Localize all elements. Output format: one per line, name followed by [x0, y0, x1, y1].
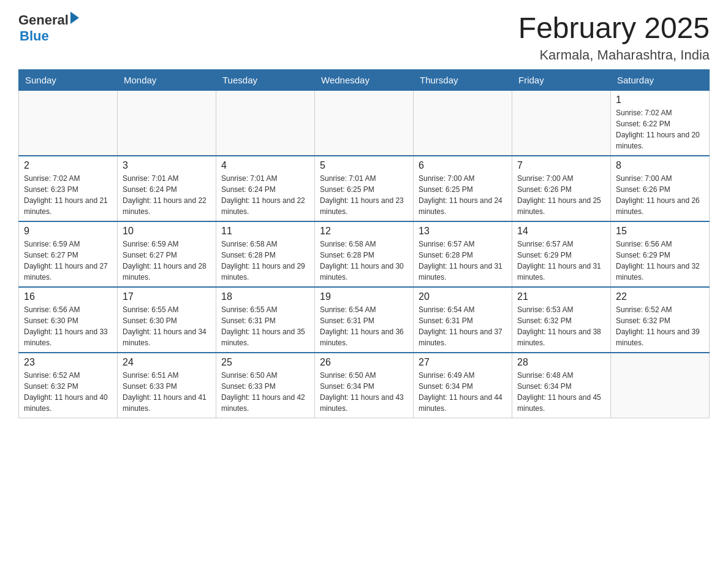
day-info: Sunrise: 6:59 AMSunset: 6:27 PMDaylight:… [24, 240, 108, 282]
calendar-day-cell: 8 Sunrise: 7:00 AMSunset: 6:26 PMDayligh… [611, 156, 710, 221]
calendar-day-cell [512, 90, 611, 156]
day-number: 16 [24, 291, 112, 302]
day-info: Sunrise: 7:00 AMSunset: 6:26 PMDaylight:… [517, 174, 601, 216]
calendar-week-row: 16 Sunrise: 6:56 AMSunset: 6:30 PMDaylig… [19, 287, 710, 353]
calendar-week-row: 2 Sunrise: 7:02 AMSunset: 6:23 PMDayligh… [19, 156, 710, 221]
day-info: Sunrise: 6:54 AMSunset: 6:31 PMDaylight:… [320, 305, 404, 347]
logo-blue-text: Blue [20, 28, 79, 44]
day-info: Sunrise: 6:58 AMSunset: 6:28 PMDaylight:… [320, 240, 404, 282]
calendar-day-cell: 11 Sunrise: 6:58 AMSunset: 6:28 PMDaylig… [216, 221, 315, 287]
calendar-day-cell: 6 Sunrise: 7:00 AMSunset: 6:25 PMDayligh… [414, 156, 512, 221]
calendar-day-cell: 26 Sunrise: 6:50 AMSunset: 6:34 PMDaylig… [315, 353, 414, 418]
day-number: 27 [419, 357, 507, 368]
calendar-day-cell: 4 Sunrise: 7:01 AMSunset: 6:24 PMDayligh… [216, 156, 315, 221]
calendar-subtitle: Karmala, Maharashtra, India [518, 47, 710, 63]
day-number: 7 [517, 160, 605, 171]
calendar-day-cell [315, 90, 414, 156]
day-info: Sunrise: 6:52 AMSunset: 6:32 PMDaylight:… [24, 371, 108, 413]
calendar-day-cell [611, 353, 710, 418]
day-number: 18 [221, 291, 309, 302]
day-number: 4 [221, 160, 309, 171]
day-info: Sunrise: 6:51 AMSunset: 6:33 PMDaylight:… [123, 371, 207, 413]
calendar-day-cell: 22 Sunrise: 6:52 AMSunset: 6:32 PMDaylig… [611, 287, 710, 353]
calendar-day-cell: 7 Sunrise: 7:00 AMSunset: 6:26 PMDayligh… [512, 156, 611, 221]
day-number: 13 [419, 226, 507, 237]
calendar-day-cell: 28 Sunrise: 6:48 AMSunset: 6:34 PMDaylig… [512, 353, 611, 418]
calendar-table: Sunday Monday Tuesday Wednesday Thursday… [18, 69, 710, 418]
day-number: 28 [517, 357, 605, 368]
day-info: Sunrise: 6:48 AMSunset: 6:34 PMDaylight:… [517, 371, 601, 413]
page-header: General Blue February 2025 Karmala, Maha… [18, 12, 710, 63]
header-saturday: Saturday [611, 69, 710, 90]
day-info: Sunrise: 7:01 AMSunset: 6:24 PMDaylight:… [221, 174, 305, 216]
calendar-day-cell: 12 Sunrise: 6:58 AMSunset: 6:28 PMDaylig… [315, 221, 414, 287]
calendar-day-cell: 5 Sunrise: 7:01 AMSunset: 6:25 PMDayligh… [315, 156, 414, 221]
day-info: Sunrise: 7:01 AMSunset: 6:24 PMDaylight:… [123, 174, 207, 216]
day-info: Sunrise: 6:55 AMSunset: 6:30 PMDaylight:… [123, 305, 207, 347]
header-tuesday: Tuesday [216, 69, 315, 90]
calendar-day-cell: 20 Sunrise: 6:54 AMSunset: 6:31 PMDaylig… [414, 287, 512, 353]
day-number: 6 [419, 160, 507, 171]
logo: General Blue [18, 12, 79, 44]
day-info: Sunrise: 6:50 AMSunset: 6:33 PMDaylight:… [221, 371, 305, 413]
calendar-day-cell: 17 Sunrise: 6:55 AMSunset: 6:30 PMDaylig… [118, 287, 216, 353]
calendar-title: February 2025 [518, 12, 710, 45]
calendar-day-cell: 3 Sunrise: 7:01 AMSunset: 6:24 PMDayligh… [118, 156, 216, 221]
calendar-day-cell: 9 Sunrise: 6:59 AMSunset: 6:27 PMDayligh… [19, 221, 118, 287]
day-number: 21 [517, 291, 605, 302]
calendar-day-cell: 14 Sunrise: 6:57 AMSunset: 6:29 PMDaylig… [512, 221, 611, 287]
day-info: Sunrise: 6:56 AMSunset: 6:30 PMDaylight:… [24, 305, 108, 347]
calendar-day-cell [414, 90, 512, 156]
calendar-header-row: Sunday Monday Tuesday Wednesday Thursday… [19, 69, 710, 90]
day-number: 11 [221, 226, 309, 237]
day-info: Sunrise: 6:54 AMSunset: 6:31 PMDaylight:… [419, 305, 502, 347]
calendar-day-cell: 15 Sunrise: 6:56 AMSunset: 6:29 PMDaylig… [611, 221, 710, 287]
day-number: 24 [123, 357, 211, 368]
header-thursday: Thursday [414, 69, 512, 90]
calendar-day-cell: 1 Sunrise: 7:02 AMSunset: 6:22 PMDayligh… [611, 90, 710, 156]
day-number: 26 [320, 357, 408, 368]
calendar-week-row: 1 Sunrise: 7:02 AMSunset: 6:22 PMDayligh… [19, 90, 710, 156]
day-info: Sunrise: 6:53 AMSunset: 6:32 PMDaylight:… [517, 305, 601, 347]
calendar-day-cell: 27 Sunrise: 6:49 AMSunset: 6:34 PMDaylig… [414, 353, 512, 418]
header-friday: Friday [512, 69, 611, 90]
day-info: Sunrise: 6:59 AMSunset: 6:27 PMDaylight:… [123, 240, 207, 282]
day-info: Sunrise: 6:56 AMSunset: 6:29 PMDaylight:… [616, 240, 700, 282]
calendar-day-cell: 25 Sunrise: 6:50 AMSunset: 6:33 PMDaylig… [216, 353, 315, 418]
day-number: 2 [24, 160, 112, 171]
calendar-day-cell: 2 Sunrise: 7:02 AMSunset: 6:23 PMDayligh… [19, 156, 118, 221]
day-number: 23 [24, 357, 112, 368]
day-info: Sunrise: 6:57 AMSunset: 6:29 PMDaylight:… [517, 240, 601, 282]
calendar-day-cell: 10 Sunrise: 6:59 AMSunset: 6:27 PMDaylig… [118, 221, 216, 287]
calendar-day-cell: 19 Sunrise: 6:54 AMSunset: 6:31 PMDaylig… [315, 287, 414, 353]
calendar-day-cell: 23 Sunrise: 6:52 AMSunset: 6:32 PMDaylig… [19, 353, 118, 418]
day-number: 14 [517, 226, 605, 237]
calendar-week-row: 23 Sunrise: 6:52 AMSunset: 6:32 PMDaylig… [19, 353, 710, 418]
calendar-day-cell: 13 Sunrise: 6:57 AMSunset: 6:28 PMDaylig… [414, 221, 512, 287]
header-monday: Monday [118, 69, 216, 90]
day-info: Sunrise: 6:49 AMSunset: 6:34 PMDaylight:… [419, 371, 502, 413]
header-sunday: Sunday [19, 69, 118, 90]
day-number: 10 [123, 226, 211, 237]
calendar-day-cell [216, 90, 315, 156]
day-number: 9 [24, 226, 112, 237]
day-number: 8 [616, 160, 704, 171]
logo-arrow-icon [70, 12, 79, 24]
calendar-day-cell: 16 Sunrise: 6:56 AMSunset: 6:30 PMDaylig… [19, 287, 118, 353]
day-number: 5 [320, 160, 408, 171]
day-number: 19 [320, 291, 408, 302]
day-number: 1 [616, 94, 704, 105]
calendar-day-cell [118, 90, 216, 156]
calendar-day-cell: 24 Sunrise: 6:51 AMSunset: 6:33 PMDaylig… [118, 353, 216, 418]
day-number: 20 [419, 291, 507, 302]
day-info: Sunrise: 6:55 AMSunset: 6:31 PMDaylight:… [221, 305, 305, 347]
day-number: 12 [320, 226, 408, 237]
day-number: 25 [221, 357, 309, 368]
day-info: Sunrise: 6:52 AMSunset: 6:32 PMDaylight:… [616, 305, 700, 347]
day-info: Sunrise: 7:00 AMSunset: 6:26 PMDaylight:… [616, 174, 700, 216]
day-info: Sunrise: 6:58 AMSunset: 6:28 PMDaylight:… [221, 240, 305, 282]
logo-general-text: General [18, 12, 69, 28]
day-number: 22 [616, 291, 704, 302]
day-info: Sunrise: 7:02 AMSunset: 6:23 PMDaylight:… [24, 174, 108, 216]
day-number: 3 [123, 160, 211, 171]
